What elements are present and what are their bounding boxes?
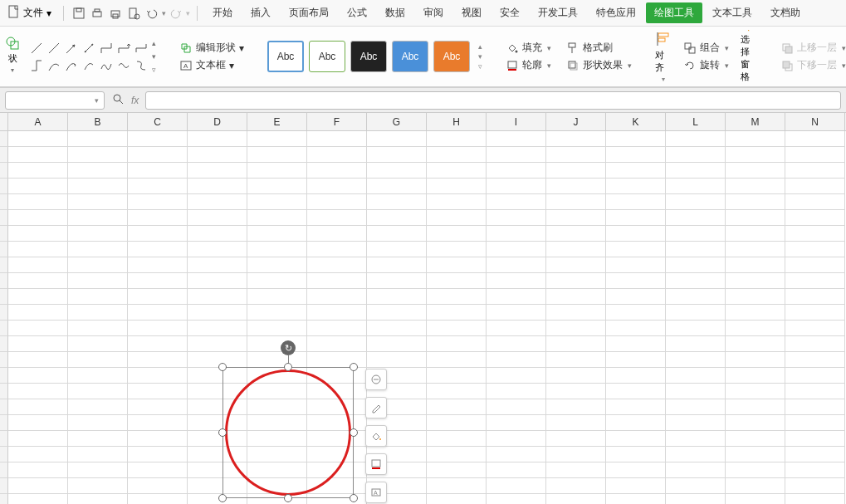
cell[interactable] (128, 399, 188, 415)
cell[interactable] (785, 352, 845, 368)
cell[interactable] (367, 226, 427, 242)
cell[interactable] (68, 163, 128, 179)
cell[interactable] (487, 478, 546, 494)
cell[interactable] (487, 352, 546, 368)
cell[interactable] (188, 226, 247, 242)
cell[interactable] (367, 242, 427, 257)
cell[interactable] (666, 305, 726, 321)
cell[interactable] (128, 194, 188, 210)
shape-elbow[interactable] (99, 41, 114, 56)
cell[interactable] (546, 321, 606, 336)
cell[interactable] (666, 257, 726, 273)
cell[interactable] (606, 399, 666, 415)
shape-line2[interactable] (46, 41, 61, 56)
cell[interactable] (427, 336, 487, 352)
cell[interactable] (546, 273, 606, 289)
cell[interactable] (785, 131, 845, 147)
cell[interactable] (8, 384, 68, 399)
resize-handle-bottom-right[interactable] (350, 494, 358, 502)
row-header[interactable] (0, 273, 8, 289)
cell[interactable] (8, 273, 68, 289)
cell[interactable] (487, 147, 546, 163)
cell[interactable] (487, 242, 546, 257)
cell[interactable] (606, 431, 666, 447)
tab-drawing-tools[interactable]: 绘图工具 (646, 2, 702, 23)
cell[interactable] (128, 226, 188, 242)
cell[interactable] (546, 384, 606, 399)
row-header[interactable] (0, 131, 8, 147)
cell[interactable] (367, 210, 427, 226)
cell[interactable] (367, 194, 427, 210)
cell[interactable] (68, 399, 128, 415)
cell[interactable] (546, 147, 606, 163)
cell[interactable] (726, 368, 785, 384)
shape-curve2[interactable] (116, 58, 131, 73)
cell[interactable] (666, 194, 726, 210)
cell[interactable] (367, 321, 427, 336)
cell[interactable] (427, 242, 487, 257)
cell[interactable] (606, 163, 666, 179)
cell[interactable] (427, 352, 487, 368)
cell[interactable] (785, 210, 845, 226)
cell[interactable] (367, 257, 427, 273)
cell[interactable] (307, 242, 367, 257)
style-preset-4[interactable]: Abc (392, 41, 428, 72)
cell[interactable] (8, 305, 68, 321)
cell[interactable] (188, 305, 247, 321)
cell[interactable] (785, 257, 845, 273)
row-header[interactable] (0, 257, 8, 273)
cell[interactable] (68, 131, 128, 147)
format-painter-button[interactable]: 格式刷 (566, 41, 632, 55)
cell[interactable] (666, 431, 726, 447)
rotate-handle-icon[interactable]: ↻ (281, 340, 296, 355)
cell[interactable] (487, 226, 546, 242)
redo-chevron-icon[interactable]: ▾ (186, 9, 190, 17)
col-header[interactable]: F (307, 113, 367, 130)
gallery-up-icon[interactable]: ▴ (152, 39, 156, 47)
cell[interactable] (785, 431, 845, 447)
cell[interactable] (785, 305, 845, 321)
cell[interactable] (68, 210, 128, 226)
cell[interactable] (666, 179, 726, 194)
cell[interactable] (785, 462, 845, 478)
cell[interactable] (546, 478, 606, 494)
fx-icon[interactable]: fx (131, 95, 139, 106)
float-zoom-out-button[interactable] (365, 369, 387, 390)
cell[interactable] (666, 210, 726, 226)
tab-dev-tools[interactable]: 开发工具 (530, 1, 586, 25)
cell[interactable] (487, 257, 546, 273)
cell[interactable] (785, 336, 845, 352)
cell[interactable] (307, 352, 367, 368)
shape-curve[interactable] (46, 58, 61, 73)
cell[interactable] (606, 478, 666, 494)
cell[interactable] (128, 163, 188, 179)
name-box[interactable]: ▾ (5, 91, 105, 110)
cell[interactable] (68, 478, 128, 494)
cell[interactable] (546, 305, 606, 321)
cell[interactable] (546, 257, 606, 273)
cell[interactable] (666, 147, 726, 163)
cell[interactable] (487, 179, 546, 194)
cell[interactable] (68, 226, 128, 242)
tab-review[interactable]: 审阅 (415, 1, 452, 25)
cell[interactable] (188, 210, 247, 226)
cell[interactable] (666, 273, 726, 289)
cell[interactable] (487, 384, 546, 399)
col-header[interactable]: H (427, 113, 487, 130)
resize-handle-top-left[interactable] (218, 363, 227, 371)
cell[interactable] (546, 494, 606, 504)
cell[interactable] (666, 478, 726, 494)
cell[interactable] (8, 415, 68, 431)
cell[interactable] (367, 163, 427, 179)
outline-button[interactable]: 轮廓 ▾ (506, 58, 551, 72)
row-header[interactable] (0, 478, 8, 494)
cell[interactable] (546, 462, 606, 478)
cell[interactable] (726, 415, 785, 431)
cell[interactable] (247, 257, 307, 273)
float-fill-button[interactable] (365, 425, 387, 447)
float-outline-button[interactable] (365, 453, 387, 475)
cell[interactable] (128, 273, 188, 289)
cell[interactable] (68, 384, 128, 399)
cell[interactable] (785, 194, 845, 210)
style-preset-1[interactable]: Abc (267, 41, 304, 72)
